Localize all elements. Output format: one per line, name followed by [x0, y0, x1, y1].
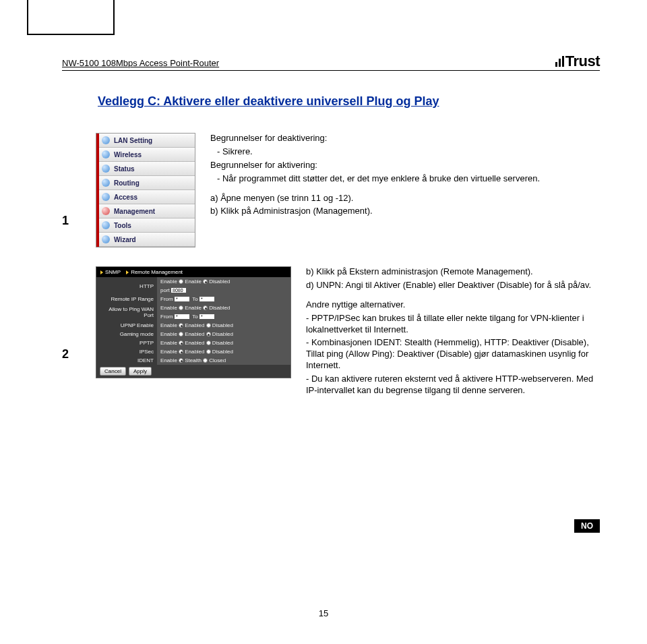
- radio-icon: [206, 332, 211, 336]
- menu-item-tools: Tools: [99, 218, 195, 233]
- row-iprange1: Remote IP Range From * To *: [96, 295, 290, 303]
- section-1: 1 LAN Setting Wireless Status Routing Ac…: [62, 133, 600, 247]
- activate-item: - Når programmet ditt støtter det, er de…: [210, 173, 600, 185]
- menu-item-status: Status: [99, 162, 195, 176]
- http-enable: Enable Enable Disabled: [157, 277, 290, 286]
- product-title: NW-5100 108Mbps Access Point-Router: [62, 58, 219, 68]
- bullet-2: - Kombinasjonen IDENT: Stealth (Hemmelig…: [306, 337, 600, 372]
- row-ident: IDENT Enable Stealth Closed: [96, 356, 290, 365]
- radio-icon: [206, 323, 211, 328]
- menu-item-wizard: Wizard: [99, 233, 195, 247]
- section-number-2: 2: [62, 266, 96, 361]
- section-2-text: b) Klikk på Ekstern administrasjon (Remo…: [291, 266, 600, 399]
- row-upnp: UPNP Enable Enable Enabled Disabled: [96, 321, 290, 330]
- section-number-1: 1: [62, 133, 96, 228]
- http-port: port 8080: [157, 286, 290, 295]
- brand-text: Trust: [565, 53, 600, 70]
- dot-icon: [102, 207, 110, 215]
- radio-icon: [179, 332, 183, 336]
- row-pingwan: Allow to Ping WAN Port Enable Enable Dis…: [96, 303, 290, 312]
- other-heading: Andre nyttige alternativer.: [306, 299, 600, 311]
- brand-bars-icon: [555, 56, 564, 67]
- para-b: b) Klikk på Ekstern administrasjon (Remo…: [306, 266, 600, 278]
- corner-crop-mark: [27, 0, 115, 35]
- radio-icon: [203, 305, 208, 310]
- menu-item-routing: Routing: [99, 176, 195, 190]
- dot-icon: [102, 235, 110, 243]
- row-http: HTTP Enable Enable Disabled: [96, 277, 290, 286]
- language-badge: NO: [574, 519, 600, 533]
- panel-buttons: Cancel Apply: [96, 365, 290, 378]
- dot-icon: [102, 150, 110, 158]
- section-2: 2 SNMP Remote Management HTTP Enable Ena…: [62, 266, 600, 399]
- bullet-1: - PPTP/IPSec kan brukes til å tillate el…: [306, 313, 600, 336]
- row-gaming: Gaming mode Enable Enabled Disabled: [96, 330, 290, 339]
- deactivate-item: - Sikrere.: [210, 146, 600, 158]
- screenshot-1: LAN Setting Wireless Status Routing Acce…: [96, 133, 195, 247]
- radio-icon: [206, 349, 211, 354]
- tab-remote: Remote Management: [126, 269, 183, 275]
- row-pptp: PPTP Enable Enabled Disabled: [96, 339, 290, 347]
- dot-icon: [102, 165, 110, 173]
- tab-snmp: SNMP: [100, 269, 121, 275]
- radio-icon: [179, 323, 183, 328]
- chevron-icon: [126, 270, 129, 274]
- cancel-button: Cancel: [100, 367, 126, 376]
- bullet-3: - Du kan aktivere ruteren eksternt ved å…: [306, 374, 600, 397]
- deactivate-heading: Begrunnelser for deaktivering:: [210, 133, 600, 144]
- radio-icon: [203, 358, 208, 363]
- page-title: Vedlegg C: Aktivere eller deaktivere uni…: [98, 94, 439, 109]
- menu-item-management: Management: [99, 204, 195, 218]
- step-a: a) Åpne menyen (se trinn 11 og -12).: [210, 193, 600, 204]
- dot-icon: [102, 221, 110, 229]
- activate-heading: Begrunnelser for aktivering:: [210, 160, 600, 171]
- section-1-text: Begrunnelser for deaktivering: - Sikrere…: [195, 133, 600, 219]
- apply-button: Apply: [129, 367, 152, 376]
- menu-item-lan: LAN Setting: [99, 134, 195, 148]
- screenshot-2: SNMP Remote Management HTTP Enable Enabl…: [96, 266, 291, 378]
- radio-icon: [179, 349, 183, 354]
- radio-icon: [179, 358, 183, 363]
- radio-icon: [203, 279, 208, 284]
- menu-item-wireless: Wireless: [99, 148, 195, 162]
- step-b: b) Klikk på Administrasjon (Management).: [210, 206, 600, 217]
- radio-icon: [179, 341, 183, 345]
- chevron-icon: [100, 270, 103, 274]
- dot-icon: [102, 136, 110, 144]
- menu-item-access: Access: [99, 190, 195, 204]
- radio-icon: [179, 279, 183, 284]
- row-iprange2: Remote IP RangeFrom * To *: [157, 312, 290, 321]
- dot-icon: [102, 193, 110, 201]
- dot-icon: [102, 179, 110, 187]
- radio-icon: [206, 341, 211, 345]
- para-d: d) UNPN: Angi til Aktiver (Enable) eller…: [306, 280, 600, 291]
- radio-icon: [179, 305, 183, 310]
- row-ipsec: IPSec Enable Enabled Disabled: [96, 347, 290, 356]
- panel-tabs: SNMP Remote Management: [96, 267, 290, 277]
- header-rule: [62, 70, 600, 71]
- page-number: 15: [319, 608, 328, 618]
- brand-logo: Trust: [555, 53, 600, 70]
